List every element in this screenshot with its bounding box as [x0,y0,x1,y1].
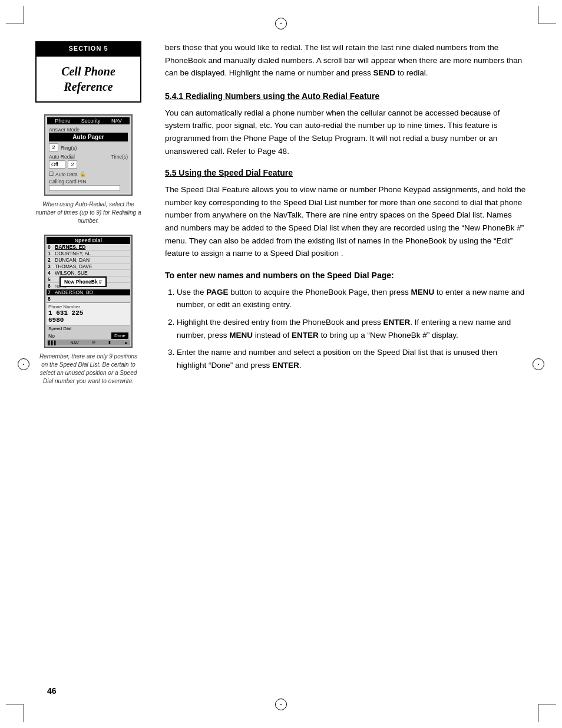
enter-bold-2: ENTER [292,331,319,340]
list-item-1: Use the PAGE button to acquire the Phone… [177,286,527,311]
section-label: SECTION 5 [35,41,141,55]
auto-data-checkbox: ☐ [49,171,54,177]
calling-card-label: Calling Card PIN [49,179,128,185]
time-label: Time(s) [111,154,128,160]
done-button[interactable]: Done [111,332,128,339]
phone-number-value: 1 631 2256980 [48,309,128,324]
answer-mode-value: Auto Pager [49,133,128,141]
section-5-5-heading: 5.5 Using the Speed Dial Feature [165,168,527,177]
caption-1-text: When using Auto-Redial, select the numbe… [36,201,141,224]
phone-number-label: Phone Number [48,304,128,309]
send-bold: SEND [373,68,395,77]
answer-mode-label: Answer Mode [49,127,128,133]
auto-redial-label: Auto Redial [49,154,109,160]
new-phonebk-popup: New PhoneBk # [59,276,107,287]
enter-bold-1: ENTER [383,318,410,327]
section-title-box: Cell Phone Reference [35,55,141,103]
sd-entry-7: 7 ANDERSON, BO [47,289,130,296]
content-area: SECTION 5 Cell Phone Reference Phone Sec… [35,35,527,395]
page-number: 46 [47,686,57,696]
section-title-line2: Reference [64,80,113,93]
right-column: bers those that you would like to redial… [153,41,527,395]
signal-icon: ▌▌▌ [48,341,57,345]
sd-entry-1: 1 COURTNEY, AL [47,251,130,257]
section-4-1-heading: 5.4.1 Redialing Numbers using the Auto R… [165,91,527,101]
left-column: SECTION 5 Cell Phone Reference Phone Sec… [35,41,153,395]
speed-dial-instructions-heading: To enter new names and numbers on the Sp… [165,271,527,280]
tab-security: Security [81,118,101,124]
auto-redial-value: Off [49,160,65,169]
rings-label: Ring(s) [61,145,77,151]
list-item-3: Enter the name and number and select a p… [177,346,527,371]
caption-2: Remember, there are only 9 positions on … [35,353,141,386]
no-done-row: No Done [47,332,130,340]
speed-dial-bottom: Speed Dial [47,325,130,332]
arrow-icon: ► [124,341,128,345]
rings-value: 2 [49,143,58,151]
intro-paragraph: bers those that you would like to redial… [165,41,527,80]
envelope-icon: ✉ [92,340,95,345]
screen-tabs: Phone Security NAV [47,117,130,124]
menu-bold-2: MENU [229,331,253,340]
speed-dial-no: No [48,333,55,339]
auto-data-label: Auto Data [55,172,78,177]
section-title-line1: Cell Phone [61,65,115,78]
caption-2-text: Remember, there are only 9 positions on … [39,353,137,384]
section-5-5-body: The Speed Dial Feature allows you to vie… [165,183,527,260]
device-screen-2: Speed Dial 0 BARNES, ED 1 COURTNEY, AL 2… [44,235,133,348]
list-item-2: Highlight the desired entry from the Pho… [177,316,527,341]
sd-entry-0: 0 BARNES, ED [47,244,130,251]
tab-phone: Phone [55,118,70,124]
page-bold: PAGE [206,288,228,297]
sd-entry-5-container: 5 New PhoneBk # [47,276,130,283]
speed-dial-bottom-label: Speed Dial [48,326,71,331]
battery-icon: ▮ [108,340,111,345]
auto-data-icon: 🔒 [80,171,86,177]
calling-card-input [49,185,120,191]
numbered-list: Use the PAGE button to acquire the Phone… [177,286,527,372]
page: SECTION 5 Cell Phone Reference Phone Sec… [0,0,562,728]
section-4-1-body: You can automatically redial a phone num… [165,107,527,157]
sd-entry-2: 2 DUNCAN, DAN [47,257,130,263]
tab-nav: NAV [111,118,122,124]
caption-1: When using Auto-Redial, select the numbe… [35,200,141,225]
device-status-bar: ▌▌▌ NAV ✉ ▮ ► [47,340,130,345]
device-screen-1: Phone Security NAV Answer Mode Auto Page… [44,114,133,196]
sd-entry-3: 3 THOMAS, DAVE [47,263,130,270]
phone-number-section: Phone Number 1 631 2256980 [47,302,130,325]
sd-entry-8: 8 [47,296,130,302]
speed-dial-header: Speed Dial [47,237,130,244]
menu-bold-1: MENU [411,288,435,297]
nav-icon: NAV [70,341,78,345]
enter-bold-3: ENTER [272,361,299,370]
time-value: 2 [68,160,77,169]
sd-entry-4: 4 WILSON, SUE [47,270,130,276]
